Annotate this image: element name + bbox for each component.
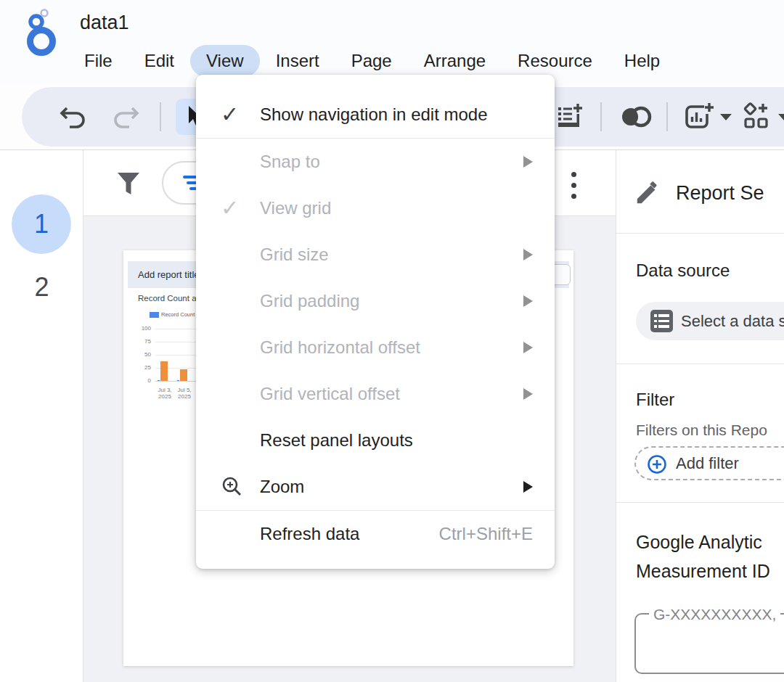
filter-subtext: Filters on this Repo	[636, 422, 767, 439]
add-filter-button[interactable]: Add filter	[634, 446, 784, 480]
menu-item-view-grid: ✓ View grid	[196, 185, 555, 231]
add-control-icon[interactable]	[742, 102, 771, 131]
data-source-table-icon	[650, 310, 673, 332]
menu-item-grid-vertical-offset: Grid vertical offset	[196, 371, 555, 417]
menubar: File Edit View Insert Page Arrange Resou…	[68, 45, 676, 77]
report-settings-panel: Report Se Data source Select a data s Fi…	[616, 150, 784, 682]
panel-divider	[616, 363, 784, 364]
bar-orange-2	[180, 369, 187, 381]
y-tick-50: 50	[134, 351, 151, 358]
menu-page[interactable]: Page	[335, 45, 408, 77]
menu-insert[interactable]: Insert	[260, 45, 335, 77]
undo-icon[interactable]	[58, 102, 87, 131]
page-1-button[interactable]: 1	[12, 194, 71, 254]
redo-icon[interactable]	[112, 102, 141, 131]
menu-item-refresh-data[interactable]: Refresh data Ctrl+Shift+E	[196, 511, 555, 557]
panel-title: Report Se	[676, 182, 764, 205]
document-title[interactable]: data1	[80, 12, 129, 34]
submenu-arrow-icon	[523, 295, 533, 307]
menu-item-grid-size: Grid size	[196, 231, 555, 278]
menu-item-snap-to: Snap to	[196, 139, 555, 185]
more-options-kebab-icon[interactable]	[571, 172, 577, 205]
measurement-id-input[interactable]: G-XXXXXXXXXX,	[634, 613, 784, 674]
refresh-data-shortcut: Ctrl+Shift+E	[439, 524, 533, 544]
page-rail: 1 2	[0, 150, 83, 682]
bar-blue-2	[177, 380, 179, 382]
x-label-2: Jul 5, 2025	[175, 387, 194, 400]
panel-divider	[616, 233, 784, 234]
menu-item-grid-horizontal-offset: Grid horizontal offset	[196, 324, 555, 371]
menu-edit[interactable]: Edit	[128, 45, 190, 77]
add-chart-icon[interactable]	[684, 102, 716, 131]
check-icon: ✓	[221, 104, 239, 126]
y-tick-100: 100	[134, 325, 151, 332]
submenu-arrow-icon	[523, 388, 533, 400]
legend-label-record-count: Record Count	[161, 311, 195, 318]
submenu-arrow-icon	[523, 342, 533, 353]
top-header: data1 File Edit View Insert Page Arrange…	[0, 0, 784, 86]
page-2-button[interactable]: 2	[0, 272, 83, 303]
panel-divider	[616, 502, 784, 503]
submenu-arrow-icon	[523, 249, 533, 260]
blend-data-icon[interactable]	[618, 102, 653, 131]
y-tick-25: 25	[134, 364, 151, 371]
add-data-icon[interactable]	[555, 102, 584, 131]
zoom-in-icon	[221, 475, 244, 498]
filter-heading: Filter	[636, 390, 674, 410]
add-control-dropdown-caret[interactable]	[778, 114, 784, 120]
data-source-heading: Data source	[636, 260, 730, 281]
ga-heading-line2: Measurement ID	[636, 561, 770, 582]
menu-item-reset-panel-layouts[interactable]: Reset panel layouts	[196, 417, 555, 464]
menu-item-zoom[interactable]: Zoom	[196, 464, 555, 510]
select-data-source-button[interactable]: Select a data s	[636, 302, 784, 340]
looker-studio-logo-icon	[20, 9, 62, 57]
add-filter-label: Add filter	[676, 448, 739, 480]
y-tick-0: 0	[134, 377, 151, 384]
menu-arrange[interactable]: Arrange	[408, 45, 502, 77]
view-dropdown-menu: ✓ Show navigation in edit mode Snap to ✓…	[196, 75, 555, 569]
bar-orange-1	[160, 361, 168, 381]
submenu-arrow-icon	[523, 156, 533, 168]
looker-studio-app: data1 File Edit View Insert Page Arrange…	[0, 0, 784, 682]
submenu-arrow-icon	[523, 481, 533, 493]
menu-view[interactable]: View	[190, 45, 260, 77]
ga-heading-line1: Google Analytic	[636, 532, 762, 553]
filter-funnel-icon[interactable]	[114, 169, 143, 200]
legend-swatch-blue	[150, 312, 159, 318]
toolbar-divider	[600, 102, 602, 131]
menu-help[interactable]: Help	[608, 45, 676, 77]
x-label-1: Jul 3, 2025	[155, 387, 174, 400]
toolbar-divider	[160, 102, 161, 131]
add-plus-circle-icon	[647, 454, 667, 474]
bar-blue-1	[158, 380, 160, 382]
menu-item-show-navigation[interactable]: ✓ Show navigation in edit mode	[196, 91, 555, 138]
menu-file[interactable]: File	[68, 45, 128, 77]
page-1-number: 1	[34, 209, 49, 239]
measurement-id-input-label: G-XXXXXXXXXX,	[649, 606, 780, 623]
menu-resource[interactable]: Resource	[502, 45, 608, 77]
menu-item-grid-padding: Grid padding	[196, 278, 555, 324]
edit-pencil-icon	[634, 179, 661, 207]
select-data-source-label: Select a data s	[681, 302, 784, 340]
check-icon: ✓	[221, 197, 239, 219]
add-chart-dropdown-caret[interactable]	[720, 114, 732, 120]
y-tick-75: 75	[134, 338, 151, 345]
toolbar-divider	[666, 102, 668, 131]
